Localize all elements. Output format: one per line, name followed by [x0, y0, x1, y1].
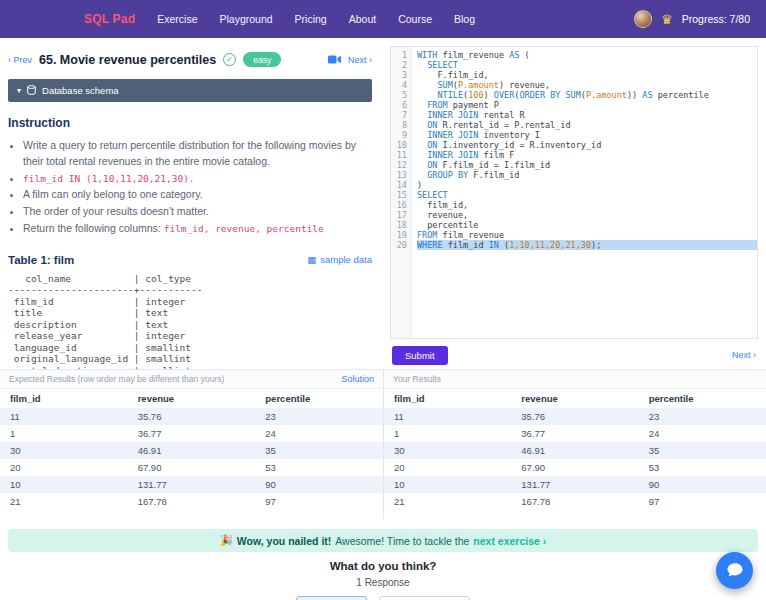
instruction-heading: Instruction	[8, 116, 372, 130]
exercise-title: 65. Movie revenue percentiles	[39, 53, 216, 67]
code-line[interactable]: INNER JOIN film F	[417, 150, 757, 160]
line-number: 1	[391, 50, 407, 60]
code-line[interactable]: revenue,	[417, 210, 757, 220]
schema-toggle-label: Database schema	[42, 85, 119, 96]
inline-code: film_id IN (1,10,11,20,21,30).	[23, 173, 195, 184]
table-cell: 21	[0, 493, 128, 510]
line-number: 7	[391, 110, 407, 120]
column-header: revenue	[511, 389, 638, 408]
your-results-header: Your Results	[384, 370, 766, 389]
main-split: ‹ Prev 65. Movie revenue percentiles ✓ e…	[0, 38, 766, 369]
code-line[interactable]: percentile	[417, 220, 757, 230]
video-icon[interactable]	[328, 55, 341, 64]
code-line[interactable]: F.film_id,	[417, 70, 757, 80]
code-line[interactable]: NTILE(100) OVER(ORDER BY SUM(P.amount)) …	[417, 90, 757, 100]
table-cell: 67.90	[128, 459, 256, 476]
code-line[interactable]: WITH film_revenue AS (	[417, 50, 757, 60]
submit-button[interactable]: Submit	[392, 346, 448, 365]
line-number: 16	[391, 200, 407, 210]
code-line[interactable]: INNER JOIN inventory I	[417, 130, 757, 140]
code-line[interactable]: ON I.inventory_id = R.inventory_id	[417, 140, 757, 150]
nav-item-pricing[interactable]: Pricing	[295, 13, 327, 25]
table-header-row: film_id revenue percentile	[0, 389, 383, 408]
solution-link[interactable]: Solution	[341, 374, 374, 384]
expected-results-heading: Expected Results (row order may be diffe…	[9, 374, 224, 384]
nav-item-blog[interactable]: Blog	[454, 13, 475, 25]
chat-widget-button[interactable]	[716, 552, 753, 589]
feedback-buttons: 👍 Upvote 😣 Challenging	[0, 596, 766, 600]
code-line[interactable]: FROM film_revenue	[417, 230, 757, 240]
challenging-button[interactable]: 😣 Challenging	[379, 596, 470, 600]
table-cell: 90	[255, 476, 383, 493]
nav-item-exercise[interactable]: Exercise	[157, 13, 197, 25]
table-cell: 23	[255, 408, 383, 425]
sample-data-link[interactable]: ▦ sample data	[307, 254, 372, 265]
line-number: 5	[391, 90, 407, 100]
editor-panel: 1234567891011121314151617181920 WITH fil…	[382, 38, 766, 369]
code-line[interactable]: film_id,	[417, 200, 757, 210]
code-line[interactable]: SELECT	[417, 190, 757, 200]
table-row: 21167.7897	[384, 493, 766, 510]
code-line[interactable]: ON R.rental_id = P.rental_id	[417, 120, 757, 130]
table-cell: 67.90	[511, 459, 638, 476]
instruction-list: Write a query to return percentile distr…	[23, 138, 372, 238]
code-line[interactable]: GROUP BY F.film_id	[417, 170, 757, 180]
expected-results-header: Expected Results (row order may be diffe…	[0, 370, 383, 389]
line-number: 20	[391, 240, 407, 250]
table-cell: 30	[0, 442, 128, 459]
column-header: film_id	[0, 389, 128, 408]
avatar[interactable]	[634, 10, 652, 28]
upvote-button[interactable]: 👍 Upvote	[296, 596, 367, 600]
table-cell: 167.78	[511, 493, 638, 510]
table-cell: 21	[384, 493, 511, 510]
table-row: 10131.7790	[384, 476, 766, 493]
code-line[interactable]: ON F.film_id = I.film_id	[417, 160, 757, 170]
editor-code[interactable]: WITH film_revenue AS ( SELECT F.film_id,…	[412, 47, 757, 338]
your-results-heading: Your Results	[393, 374, 441, 384]
table-cell: 53	[255, 459, 383, 476]
brand-logo[interactable]: SQL Pad	[84, 12, 135, 26]
editor-next-link[interactable]: Next ›	[732, 350, 756, 360]
response-count: 1 Response	[0, 577, 766, 588]
code-line[interactable]: WHERE film_id IN (1,10,11,20,21,30);	[417, 240, 757, 250]
code-line[interactable]: SUM(P.amount) revenue,	[417, 80, 757, 90]
table-cell: 131.77	[511, 476, 638, 493]
prev-link[interactable]: ‹ Prev	[8, 55, 32, 65]
crown-icon: ♛	[661, 13, 673, 26]
code-line[interactable]: )	[417, 180, 757, 190]
table-cell: 35	[255, 442, 383, 459]
sql-editor[interactable]: 1234567891011121314151617181920 WITH fil…	[390, 46, 758, 339]
inline-code: film_id, revenue, percentile	[164, 223, 324, 234]
nav-item-about[interactable]: About	[349, 13, 376, 25]
code-line[interactable]: FROM payment P	[417, 100, 757, 110]
next-link[interactable]: Next ›	[348, 55, 372, 65]
party-emoji: 🎉	[220, 534, 233, 547]
database-schema-toggle[interactable]: ▾ Database schema	[8, 79, 372, 102]
table-cell: 11	[384, 408, 511, 425]
line-number: 15	[391, 190, 407, 200]
code-line[interactable]: SELECT	[417, 60, 757, 70]
table-cell: 24	[639, 425, 766, 442]
difficulty-badge: easy	[243, 52, 281, 67]
column-header: percentile	[639, 389, 766, 408]
next-exercise-link[interactable]: next exercise ›	[473, 535, 546, 547]
results-section: Expected Results (row order may be diffe…	[0, 369, 766, 519]
nav-item-course[interactable]: Course	[398, 13, 432, 25]
line-number: 18	[391, 220, 407, 230]
table-cell: 10	[0, 476, 128, 493]
table-row: 3046.9135	[0, 442, 383, 459]
database-icon	[27, 85, 36, 97]
nav-item-playground[interactable]: Playground	[219, 13, 272, 25]
column-header: revenue	[128, 389, 256, 408]
table-row: 136.7724	[384, 425, 766, 442]
feedback-question: What do you think?	[0, 560, 766, 572]
navbar: SQL Pad Exercise Playground Pricing Abou…	[0, 0, 766, 38]
table-row: 136.7724	[0, 425, 383, 442]
code-line[interactable]: INNER JOIN rental R	[417, 110, 757, 120]
line-number: 17	[391, 210, 407, 220]
table-row: 3046.9135	[384, 442, 766, 459]
progress-label: Progress: 7/80	[682, 13, 750, 25]
table-cell: 36.77	[128, 425, 256, 442]
problem-panel: ‹ Prev 65. Movie revenue percentiles ✓ e…	[0, 38, 382, 369]
table-cell: 20	[0, 459, 128, 476]
